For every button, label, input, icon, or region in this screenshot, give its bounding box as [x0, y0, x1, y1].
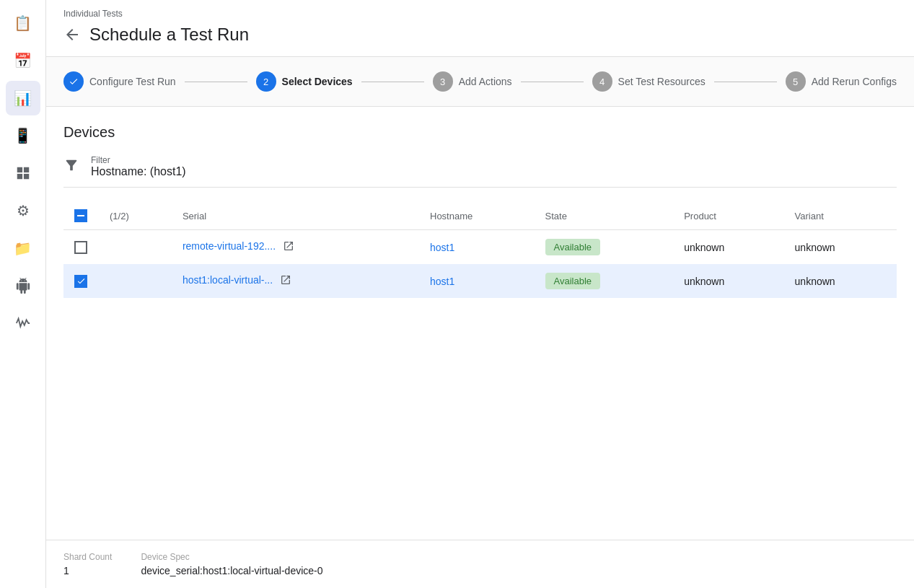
devices-table: (1/2) Serial Hostname State Product — [63, 202, 897, 298]
row-1-hostname: host1 — [421, 230, 537, 265]
filter-label: Filter — [91, 155, 186, 165]
row-1-hostname-link[interactable]: host1 — [430, 242, 454, 253]
device-spec-label: Device Spec — [141, 552, 322, 562]
step-2-circle: 2 — [256, 71, 276, 92]
row-2-serial-link[interactable]: host1:local-virtual-... — [183, 274, 273, 286]
step-connector-1 — [185, 82, 247, 82]
svg-rect-2 — [17, 174, 22, 179]
row-1-state: Available — [537, 230, 676, 265]
step-5: 5 Add Rerun Configs — [786, 71, 897, 92]
sidebar-item-calendar[interactable]: 📅 — [6, 43, 40, 78]
device-spec-value: device_serial:host1:local-virtual-device… — [141, 565, 322, 576]
page-title: Schedule a Test Run — [89, 25, 249, 45]
step-4-label: Set Test Resources — [618, 76, 706, 87]
row-2-product: unknown — [675, 264, 786, 298]
device-spec-field: Device Spec device_serial:host1:local-vi… — [141, 552, 322, 576]
row-2-checkbox-cell[interactable] — [63, 264, 98, 298]
row-2-expand — [98, 264, 174, 298]
row-1-checkbox[interactable] — [74, 241, 87, 254]
step-connector-4 — [714, 82, 777, 82]
row-1-checkbox-cell[interactable] — [63, 230, 98, 265]
step-2: 2 Select Devices — [256, 71, 353, 92]
step-3: 3 Add Actions — [433, 71, 512, 92]
row-2-state-badge: Available — [545, 273, 601, 289]
sidebar-item-chart[interactable]: 📊 — [6, 81, 40, 115]
row-2-external-icon[interactable] — [280, 274, 291, 288]
step-3-label: Add Actions — [459, 76, 512, 87]
sidebar-item-phone[interactable]: 📱 — [6, 118, 40, 153]
row-count-label: (1/2) — [110, 211, 129, 221]
sidebar-item-android[interactable] — [6, 268, 40, 303]
step-connector-2 — [361, 82, 424, 82]
row-2-serial: host1:local-virtual-... — [174, 264, 421, 298]
devices-title: Devices — [63, 124, 897, 141]
sidebar-item-settings[interactable]: ⚙ — [6, 193, 40, 228]
filter-row: Filter Hostname: (host1) — [63, 155, 897, 188]
row-1-serial: remote-virtual-192.... — [174, 230, 421, 265]
svg-rect-0 — [17, 167, 22, 172]
devices-table-container: (1/2) Serial Hostname State Product — [63, 202, 897, 522]
step-4: 4 Set Test Resources — [592, 71, 706, 92]
header: Individual Tests Schedule a Test Run — [46, 0, 914, 57]
row-2-hostname: host1 — [421, 264, 537, 298]
row-1-state-badge: Available — [545, 239, 601, 255]
step-2-label: Select Devices — [282, 76, 353, 87]
sidebar-item-dashboard[interactable] — [6, 156, 40, 190]
row-1-variant: unknown — [786, 230, 897, 265]
row-2-state: Available — [537, 264, 676, 298]
header-hostname: Hostname — [421, 202, 537, 230]
indeterminate-checkbox[interactable] — [74, 209, 87, 222]
stepper: Configure Test Run 2 Select Devices 3 Ad… — [46, 57, 914, 107]
filter-icon[interactable] — [63, 157, 79, 177]
shard-count-value: 1 — [63, 565, 112, 576]
step-connector-3 — [521, 82, 584, 82]
header-serial: Serial — [174, 202, 421, 230]
svg-rect-1 — [23, 167, 28, 172]
row-1-expand — [98, 230, 174, 265]
content-area: Devices Filter Hostname: (host1) — [46, 107, 914, 540]
header-checkbox[interactable] — [63, 202, 98, 230]
sidebar-item-clipboard[interactable]: 📋 — [6, 6, 40, 40]
step-4-circle: 4 — [592, 71, 612, 92]
svg-rect-3 — [23, 174, 28, 179]
back-button[interactable] — [63, 26, 81, 43]
row-1-serial-link[interactable]: remote-virtual-192.... — [183, 240, 276, 252]
header-variant: Variant — [786, 202, 897, 230]
row-1-product: unknown — [675, 230, 786, 265]
header-state: State — [537, 202, 676, 230]
sidebar-item-waveform[interactable] — [6, 306, 40, 341]
sidebar-item-folder[interactable]: 📁 — [6, 231, 40, 266]
table-row[interactable]: remote-virtual-192.... host1 Available u… — [63, 230, 897, 265]
header-product: Product — [675, 202, 786, 230]
shard-count-field: Shard Count 1 — [63, 552, 112, 576]
footer: Shard Count 1 Device Spec device_serial:… — [46, 540, 914, 588]
header-count: (1/2) — [98, 202, 174, 230]
row-1-external-icon[interactable] — [283, 240, 294, 254]
row-2-variant: unknown — [786, 264, 897, 298]
main-content: Individual Tests Schedule a Test Run Con… — [46, 0, 914, 588]
breadcrumb: Individual Tests — [63, 9, 897, 19]
row-2-hostname-link[interactable]: host1 — [430, 276, 454, 287]
table-row[interactable]: host1:local-virtual-... host1 Available … — [63, 264, 897, 298]
step-1-circle — [63, 71, 84, 92]
step-3-circle: 3 — [433, 71, 453, 92]
step-5-label: Add Rerun Configs — [812, 76, 897, 87]
filter-value: Hostname: (host1) — [91, 165, 186, 178]
filter-info: Filter Hostname: (host1) — [91, 155, 186, 178]
step-1: Configure Test Run — [63, 71, 176, 92]
sidebar: 📋 📅 📊 📱 ⚙ 📁 — [0, 0, 46, 588]
row-2-checkbox[interactable] — [74, 275, 87, 288]
table-header-row: (1/2) Serial Hostname State Product — [63, 202, 897, 230]
step-1-label: Configure Test Run — [89, 76, 176, 87]
shard-count-label: Shard Count — [63, 552, 112, 562]
step-5-circle: 5 — [786, 71, 806, 92]
